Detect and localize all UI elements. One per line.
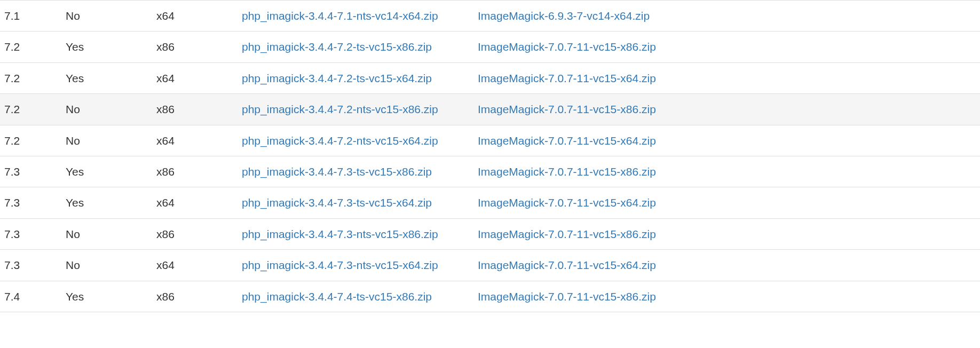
cell-arch: x86 <box>152 218 238 249</box>
cell-thread-safe: Yes <box>61 62 152 93</box>
cell-thread-safe: Yes <box>61 156 152 187</box>
cell-version: 7.1 <box>0 1 61 31</box>
table-row: 7.1Nox64php_imagick-3.4.4-7.1-nts-vc14-x… <box>0 1 980 31</box>
cell-version: 7.2 <box>0 31 61 62</box>
cell-extension: php_imagick-3.4.4-7.2-nts-vc15-x64.zip <box>238 125 473 156</box>
extension-download-link[interactable]: php_imagick-3.4.4-7.2-nts-vc15-x86.zip <box>242 103 438 115</box>
cell-extension: php_imagick-3.4.4-7.1-nts-vc14-x64.zip <box>238 1 473 31</box>
extension-download-link[interactable]: php_imagick-3.4.4-7.3-nts-vc15-x64.zip <box>242 259 438 271</box>
extension-download-link[interactable]: php_imagick-3.4.4-7.2-ts-vc15-x64.zip <box>242 72 432 84</box>
table-row: 7.4Yesx86php_imagick-3.4.4-7.4-ts-vc15-x… <box>0 281 980 312</box>
cell-version: 7.3 <box>0 187 61 218</box>
cell-extension: php_imagick-3.4.4-7.2-ts-vc15-x86.zip <box>238 31 473 62</box>
cell-imagemagick: ImageMagick-7.0.7-11-vc15-x86.zip <box>473 281 980 312</box>
table-row: 7.2Nox86php_imagick-3.4.4-7.2-nts-vc15-x… <box>0 94 980 125</box>
table-row: 7.3Nox86php_imagick-3.4.4-7.3-nts-vc15-x… <box>0 218 980 249</box>
cell-thread-safe: No <box>61 1 152 31</box>
imagemagick-download-link[interactable]: ImageMagick-7.0.7-11-vc15-x86.zip <box>478 165 656 178</box>
imagemagick-download-link[interactable]: ImageMagick-7.0.7-11-vc15-x86.zip <box>478 41 656 53</box>
extension-download-link[interactable]: php_imagick-3.4.4-7.3-ts-vc15-x64.zip <box>242 196 432 209</box>
extension-download-link[interactable]: php_imagick-3.4.4-7.2-ts-vc15-x86.zip <box>242 41 432 53</box>
cell-version: 7.2 <box>0 62 61 93</box>
cell-arch: x64 <box>152 62 238 93</box>
table-row: 7.2Yesx64php_imagick-3.4.4-7.2-ts-vc15-x… <box>0 62 980 93</box>
downloads-table: 7.1Nox64php_imagick-3.4.4-7.1-nts-vc14-x… <box>0 0 980 312</box>
cell-thread-safe: No <box>61 250 152 281</box>
cell-imagemagick: ImageMagick-7.0.7-11-vc15-x64.zip <box>473 62 980 93</box>
cell-imagemagick: ImageMagick-7.0.7-11-vc15-x64.zip <box>473 125 980 156</box>
cell-extension: php_imagick-3.4.4-7.3-nts-vc15-x64.zip <box>238 250 473 281</box>
cell-imagemagick: ImageMagick-7.0.7-11-vc15-x86.zip <box>473 94 980 125</box>
imagemagick-download-link[interactable]: ImageMagick-7.0.7-11-vc15-x64.zip <box>478 72 656 84</box>
table-row: 7.3Yesx64php_imagick-3.4.4-7.3-ts-vc15-x… <box>0 187 980 218</box>
cell-imagemagick: ImageMagick-7.0.7-11-vc15-x86.zip <box>473 31 980 62</box>
imagemagick-download-link[interactable]: ImageMagick-7.0.7-11-vc15-x86.zip <box>478 228 656 240</box>
cell-extension: php_imagick-3.4.4-7.2-nts-vc15-x86.zip <box>238 94 473 125</box>
extension-download-link[interactable]: php_imagick-3.4.4-7.2-nts-vc15-x64.zip <box>242 135 438 147</box>
cell-extension: php_imagick-3.4.4-7.3-nts-vc15-x86.zip <box>238 218 473 249</box>
cell-imagemagick: ImageMagick-7.0.7-11-vc15-x86.zip <box>473 156 980 187</box>
cell-arch: x86 <box>152 156 238 187</box>
table-row: 7.2Nox64php_imagick-3.4.4-7.2-nts-vc15-x… <box>0 125 980 156</box>
cell-version: 7.2 <box>0 94 61 125</box>
imagemagick-download-link[interactable]: ImageMagick-7.0.7-11-vc15-x64.zip <box>478 196 656 209</box>
cell-imagemagick: ImageMagick-7.0.7-11-vc15-x64.zip <box>473 250 980 281</box>
cell-extension: php_imagick-3.4.4-7.3-ts-vc15-x86.zip <box>238 156 473 187</box>
cell-thread-safe: No <box>61 125 152 156</box>
imagemagick-download-link[interactable]: ImageMagick-6.9.3-7-vc14-x64.zip <box>478 10 650 22</box>
cell-version: 7.2 <box>0 125 61 156</box>
imagemagick-download-link[interactable]: ImageMagick-7.0.7-11-vc15-x64.zip <box>478 259 656 271</box>
cell-imagemagick: ImageMagick-7.0.7-11-vc15-x86.zip <box>473 218 980 249</box>
cell-thread-safe: Yes <box>61 31 152 62</box>
cell-version: 7.3 <box>0 156 61 187</box>
cell-arch: x86 <box>152 281 238 312</box>
cell-arch: x86 <box>152 94 238 125</box>
extension-download-link[interactable]: php_imagick-3.4.4-7.3-ts-vc15-x86.zip <box>242 165 432 178</box>
table-row: 7.3Nox64php_imagick-3.4.4-7.3-nts-vc15-x… <box>0 250 980 281</box>
cell-arch: x64 <box>152 1 238 31</box>
cell-arch: x64 <box>152 125 238 156</box>
imagemagick-download-link[interactable]: ImageMagick-7.0.7-11-vc15-x64.zip <box>478 135 656 147</box>
cell-version: 7.3 <box>0 250 61 281</box>
table-row: 7.3Yesx86php_imagick-3.4.4-7.3-ts-vc15-x… <box>0 156 980 187</box>
cell-thread-safe: No <box>61 218 152 249</box>
extension-download-link[interactable]: php_imagick-3.4.4-7.4-ts-vc15-x86.zip <box>242 290 432 303</box>
cell-thread-safe: Yes <box>61 281 152 312</box>
cell-extension: php_imagick-3.4.4-7.2-ts-vc15-x64.zip <box>238 62 473 93</box>
imagemagick-download-link[interactable]: ImageMagick-7.0.7-11-vc15-x86.zip <box>478 290 656 303</box>
cell-version: 7.4 <box>0 281 61 312</box>
extension-download-link[interactable]: php_imagick-3.4.4-7.1-nts-vc14-x64.zip <box>242 10 438 22</box>
cell-arch: x64 <box>152 187 238 218</box>
cell-version: 7.3 <box>0 218 61 249</box>
imagemagick-download-link[interactable]: ImageMagick-7.0.7-11-vc15-x86.zip <box>478 103 656 115</box>
cell-arch: x86 <box>152 31 238 62</box>
cell-extension: php_imagick-3.4.4-7.4-ts-vc15-x86.zip <box>238 281 473 312</box>
cell-thread-safe: Yes <box>61 187 152 218</box>
cell-imagemagick: ImageMagick-6.9.3-7-vc14-x64.zip <box>473 1 980 31</box>
table-row: 7.2Yesx86php_imagick-3.4.4-7.2-ts-vc15-x… <box>0 31 980 62</box>
cell-thread-safe: No <box>61 94 152 125</box>
extension-download-link[interactable]: php_imagick-3.4.4-7.3-nts-vc15-x86.zip <box>242 228 438 240</box>
cell-extension: php_imagick-3.4.4-7.3-ts-vc15-x64.zip <box>238 187 473 218</box>
cell-arch: x64 <box>152 250 238 281</box>
cell-imagemagick: ImageMagick-7.0.7-11-vc15-x64.zip <box>473 187 980 218</box>
